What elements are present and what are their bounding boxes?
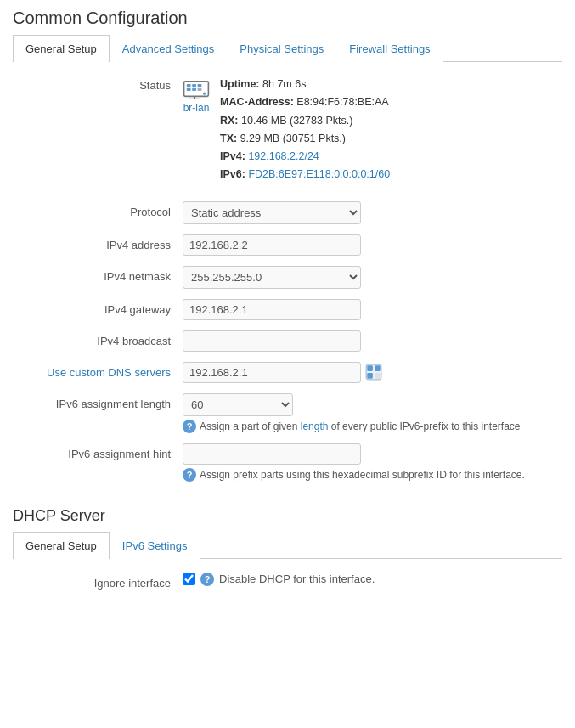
svg-rect-1 [187,84,191,87]
ipv4-label: IPv4: [220,150,245,162]
ipv6-hint-control: ? Assign prefix parts using this hexadec… [183,443,562,482]
svg-rect-5 [192,88,196,91]
mac-label: MAC-Address: [220,96,294,108]
ipv6-length-control: 60 ? Assign a part of given length of ev… [183,393,562,433]
svg-rect-13 [367,373,373,379]
ipv4-broadcast-label: IPv4 broadcast [13,330,183,347]
ignore-interface-label: Ignore interface [13,573,183,590]
protocol-row: Protocol Static address [13,201,562,224]
ipv4-broadcast-row: IPv4 broadcast [13,330,562,352]
svg-point-7 [203,93,206,95]
svg-rect-11 [367,365,373,371]
tx-label: TX: [220,133,237,144]
length-link[interactable]: length [301,420,329,432]
info-icon-hint: ? [183,468,196,482]
protocol-control: Static address [183,201,562,224]
rx-value: 10.46 MB (32783 Pkts.) [241,115,352,127]
dhcp-tabs: General Setup IPv6 Settings [13,532,562,559]
ipv4-gateway-input[interactable] [183,299,361,320]
ipv6-hint-text-block: ? Assign prefix parts using this hexadec… [183,468,562,482]
ipv6-hint-label: IPv6 assignment hint [13,443,183,460]
dns-row: Use custom DNS servers [13,362,562,383]
ipv4-address-input[interactable] [183,234,361,256]
uptime-value: 8h 7m 6s [262,78,306,90]
ipv4-netmask-select[interactable]: 255.255.255.0 [183,266,361,289]
ipv6-length-row: IPv6 assignment length 60 ? Assign a par… [13,393,562,433]
svg-rect-14 [375,373,381,379]
ignore-checkbox-row: ? Disable DHCP for this interface. [183,573,562,586]
tab-general-setup[interactable]: General Setup [13,35,110,62]
svg-rect-6 [198,88,202,91]
protocol-select[interactable]: Static address [183,201,361,224]
ipv6-length-hint-text: Assign a part of given length of every p… [200,420,521,432]
ipv6-hint-row: IPv6 assignment hint ? Assign prefix par… [13,443,562,482]
ipv4-broadcast-control [183,330,562,352]
network-icon [183,76,210,99]
ipv4-value: 192.168.2.2/24 [248,150,319,162]
status-icon-block: br-lan [183,76,210,114]
dns-input[interactable] [183,362,361,383]
ipv6-hint-text: Assign prefix parts using this hexadecim… [200,469,525,481]
ipv6-hint-input[interactable] [183,443,361,465]
ipv6-value: FD2B:6E97:E118:0:0:0:0:1/60 [248,168,390,180]
page-title: Common Configuration [13,8,562,28]
rx-label: RX: [220,115,239,127]
tab-advanced-settings[interactable]: Advanced Settings [110,35,227,62]
info-icon-length: ? [183,420,196,433]
ipv6-label: IPv6: [220,168,245,180]
svg-rect-2 [192,84,196,87]
ipv4-gateway-control [183,299,562,320]
dns-add-icon[interactable] [364,363,383,381]
mac-value: E8:94:F6:78:BE:AA [296,96,388,108]
uptime-label: Uptime: [220,78,260,90]
tx-value: 9.29 MB (30751 Pkts.) [240,133,346,144]
tab-dhcp-general-setup[interactable]: General Setup [13,532,110,559]
ipv4-address-row: IPv4 address [13,234,562,256]
tab-ipv6-settings[interactable]: IPv6 Settings [110,532,200,559]
dns-control [183,362,562,383]
ipv4-gateway-label: IPv4 gateway [13,299,183,316]
ipv4-address-control [183,234,562,256]
dns-label: Use custom DNS servers [13,362,183,379]
status-info: Uptime: 8h 7m 6s MAC-Address: E8:94:F6:7… [220,76,390,184]
status-section: Status br-lan Uptime: 8h 7m 6s MAC-Addre… [13,76,562,184]
svg-rect-12 [375,365,381,371]
ignore-checkbox[interactable] [183,573,195,585]
ipv4-address-label: IPv4 address [13,234,183,251]
ipv4-broadcast-input[interactable] [183,330,361,352]
br-lan-label: br-lan [183,102,210,114]
dhcp-title: DHCP Server [13,507,562,525]
ignore-interface-row: Ignore interface ? Disable DHCP for this… [13,573,562,590]
tab-physical-settings[interactable]: Physical Settings [227,35,336,62]
ignore-text: Disable DHCP for this interface. [219,573,375,585]
status-label: Status [13,76,183,92]
protocol-label: Protocol [13,201,183,218]
main-tabs: General Setup Advanced Settings Physical… [13,35,562,62]
ignore-interface-control: ? Disable DHCP for this interface. [183,573,562,586]
dhcp-section: DHCP Server General Setup IPv6 Settings … [13,507,562,590]
ipv6-length-label: IPv6 assignment length [13,393,183,410]
ipv4-gateway-row: IPv4 gateway [13,299,562,320]
ipv4-netmask-label: IPv4 netmask [13,266,183,283]
svg-rect-3 [198,84,202,87]
ipv4-netmask-control: 255.255.255.0 [183,266,562,289]
ipv4-netmask-row: IPv4 netmask 255.255.255.0 [13,266,562,289]
svg-rect-4 [187,88,191,91]
dns-input-wrapper [183,362,562,383]
ipv6-length-select[interactable]: 60 [183,393,293,416]
info-icon-ignore: ? [200,573,214,586]
ipv6-length-hint: ? Assign a part of given length of every… [183,420,562,433]
tab-firewall-settings[interactable]: Firewall Settings [336,35,443,62]
